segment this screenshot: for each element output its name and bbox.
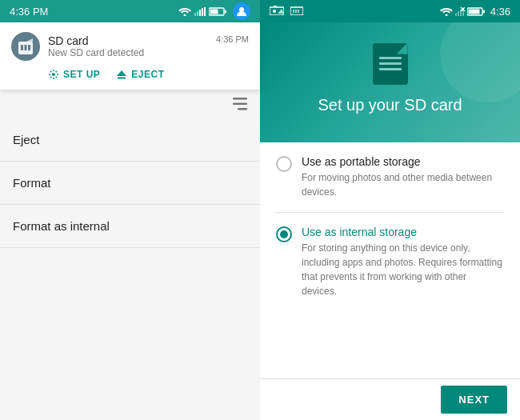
sd-status-icon	[290, 6, 303, 15]
internal-desc: For storing anything on this device only…	[302, 241, 504, 298]
svg-point-15	[52, 73, 55, 76]
sd-card-hero-icon	[373, 43, 408, 85]
status-bar-right: 4:36	[260, 0, 520, 22]
notification-title: SD card	[48, 34, 144, 47]
menu-item-format-internal[interactable]: Format as internal	[0, 205, 260, 248]
svg-rect-37	[483, 10, 485, 13]
svg-point-29	[445, 14, 447, 16]
svg-rect-38	[468, 9, 479, 14]
menu-item-format[interactable]: Format	[0, 162, 260, 205]
portable-option-text: Use as portable storage For moving photo…	[302, 155, 504, 199]
internal-title: Use as internal storage	[302, 226, 504, 238]
setup-action-button[interactable]: SET UP	[48, 69, 100, 80]
sd-card-notification-icon	[11, 32, 40, 61]
svg-marker-11	[18, 38, 33, 42]
next-button[interactable]: NEXT	[441, 386, 507, 414]
menu-items-list: Eject Format Format as internal	[0, 118, 260, 420]
menu-item-eject[interactable]: Eject	[0, 118, 260, 162]
user-icon	[236, 6, 247, 17]
eject-icon	[116, 69, 127, 80]
radio-inner-dot	[280, 230, 288, 238]
portable-desc: For moving photos and other media betwee…	[302, 170, 504, 199]
svg-rect-13	[25, 45, 27, 50]
time-left: 4:36 PM	[10, 6, 178, 18]
signal-icon	[194, 7, 206, 16]
right-status-icons	[270, 6, 303, 18]
svg-rect-25	[290, 7, 303, 15]
sd-card-body	[373, 43, 408, 85]
svg-rect-31	[458, 11, 459, 16]
battery-icon-right	[467, 7, 485, 16]
svg-rect-17	[118, 78, 126, 79]
svg-point-22	[273, 10, 276, 13]
svg-rect-8	[210, 9, 218, 14]
svg-rect-14	[28, 45, 30, 50]
internal-storage-option[interactable]: Use as internal storage For storing anyt…	[276, 226, 504, 298]
notification-card: SD card New SD card detected 4:36 PM SET…	[0, 22, 260, 90]
portable-radio-button[interactable]	[276, 156, 292, 172]
sd-icon	[18, 38, 33, 54]
time-right: 4:36	[490, 6, 510, 18]
svg-rect-7	[225, 10, 226, 13]
internal-option-text: Use as internal storage For storing anyt…	[302, 226, 504, 298]
right-panel: 4:36 Set up your SD card Use as portable…	[260, 0, 520, 420]
wifi-icon	[178, 7, 191, 16]
notification-time: 4:36 PM	[216, 34, 249, 44]
avatar-icon	[233, 2, 250, 20]
portable-title: Use as portable storage	[302, 155, 504, 168]
status-icons-left	[178, 2, 250, 20]
status-bar-left: 4:36 PM	[0, 0, 260, 22]
setup-label: SET UP	[63, 69, 100, 80]
menu-icon[interactable]	[231, 98, 249, 110]
content-area: Use as portable storage For moving photo…	[260, 142, 520, 378]
svg-rect-1	[194, 13, 196, 16]
svg-rect-3	[199, 10, 201, 16]
svg-marker-16	[117, 70, 126, 76]
eject-action-button[interactable]: EJECT	[116, 69, 164, 80]
svg-rect-19	[233, 103, 247, 106]
notification-header: SD card New SD card detected 4:36 PM	[11, 32, 249, 61]
wifi-icon-right	[440, 7, 453, 16]
hero-title: Set up your SD card	[302, 85, 478, 122]
sd-line-2	[379, 62, 402, 65]
left-panel: 4:36 PM	[0, 0, 260, 420]
eject-label: EJECT	[131, 69, 164, 80]
photo-icon	[270, 6, 284, 15]
svg-rect-5	[204, 7, 206, 16]
svg-rect-12	[21, 45, 23, 50]
signal-x-icon	[455, 7, 465, 16]
notification-subtitle: New SD card detected	[48, 47, 144, 58]
battery-icon	[209, 7, 226, 16]
sd-line-1	[379, 57, 402, 59]
notification-actions: SET UP EJECT	[11, 69, 249, 80]
svg-rect-4	[202, 8, 203, 16]
notification-title-row: SD card New SD card detected 4:36 PM	[48, 34, 249, 58]
options-divider	[276, 212, 504, 213]
portable-storage-option[interactable]: Use as portable storage For moving photo…	[276, 155, 504, 199]
bottom-bar: NEXT	[260, 378, 520, 420]
svg-point-0	[184, 14, 186, 16]
svg-rect-20	[238, 108, 247, 110]
svg-rect-18	[233, 98, 247, 100]
svg-rect-30	[455, 13, 457, 16]
svg-marker-23	[278, 9, 284, 14]
sd-line-3	[379, 68, 402, 70]
notification-info: SD card New SD card detected	[48, 34, 144, 58]
right-status-right-icons: 4:36	[440, 6, 510, 18]
hero-section: Set up your SD card	[260, 22, 520, 142]
svg-rect-24	[274, 6, 277, 7]
gear-icon	[48, 69, 59, 80]
svg-rect-2	[197, 11, 198, 16]
internal-radio-button[interactable]	[276, 226, 292, 242]
hamburger-area	[0, 90, 260, 118]
